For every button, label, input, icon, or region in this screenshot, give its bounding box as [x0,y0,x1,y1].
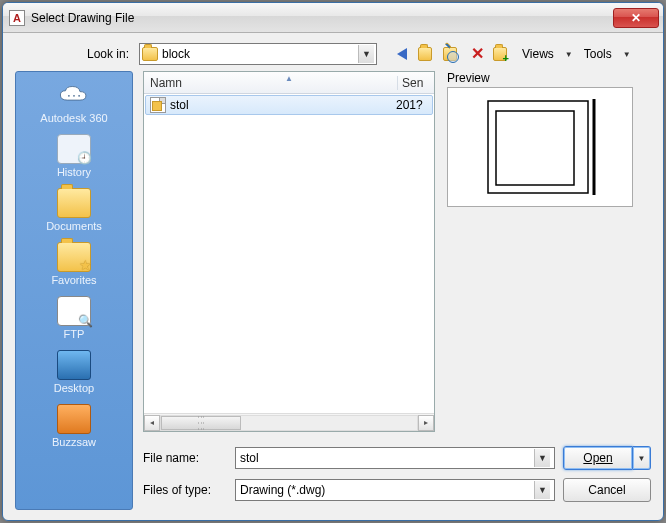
svg-rect-3 [488,101,588,193]
svg-point-0 [68,95,70,97]
tools-menu-arrow[interactable]: ▼ [623,50,631,59]
search-web-button[interactable] [443,45,461,63]
titlebar[interactable]: A Select Drawing File ✕ [3,3,663,33]
dwg-file-icon [150,97,166,113]
sidebar-item-label: Documents [16,220,132,232]
new-folder-button[interactable] [493,45,511,63]
preview-box [447,87,633,207]
views-menu-arrow[interactable]: ▼ [565,50,573,59]
sidebar-item-label: Desktop [16,382,132,394]
dialog-content: Look in: block ▼ ✕ Views▼ Tools▼ [3,33,663,520]
column-date[interactable]: Sen [398,76,434,90]
filelist-wrap: ▲ Namn Sen stol 201? ◂ [143,71,651,432]
filetype-label: Files of type: [143,483,227,497]
sidebar-item-favorites[interactable]: Favorites [16,242,132,286]
chevron-down-icon[interactable]: ▼ [534,481,550,499]
filetype-combo[interactable]: Drawing (*.dwg) ▼ [235,479,555,501]
sidebar-item-label: FTP [16,328,132,340]
lookin-label: Look in: [15,47,133,61]
sidebar-item-ftp[interactable]: FTP [16,296,132,340]
center-column: ▲ Namn Sen stol 201? ◂ [143,71,651,510]
sidebar-item-label: Buzzsaw [16,436,132,448]
tools-menu[interactable]: Tools [584,47,612,61]
cloud-icon [57,80,91,110]
folder-new-icon [493,47,507,61]
svg-point-1 [73,95,75,97]
sort-indicator-icon: ▲ [285,74,293,83]
views-menu[interactable]: Views [522,47,554,61]
arrow-left-icon [397,48,407,60]
preview-column: Preview [447,71,651,432]
filetype-value: Drawing (*.dwg) [240,483,534,497]
main-row: Autodesk 360 History Documents Favorites… [15,71,651,510]
scroll-right-button[interactable]: ▸ [418,415,434,431]
filename-combo[interactable]: stol ▼ [235,447,555,469]
lookin-row: Look in: block ▼ ✕ Views▼ Tools▼ [15,43,651,65]
sidebar-item-label: Autodesk 360 [16,112,132,124]
file-list[interactable]: ▲ Namn Sen stol 201? ◂ [143,71,435,432]
preview-label: Preview [447,71,651,85]
scroll-track[interactable] [160,415,418,431]
app-icon: A [9,10,25,26]
open-split-arrow[interactable]: ▼ [633,446,651,470]
dialog-window: A Select Drawing File ✕ Look in: block ▼… [2,2,664,521]
folder-up-icon [418,47,432,61]
scroll-thumb[interactable] [161,416,241,430]
up-folder-button[interactable] [418,45,436,63]
file-name: stol [170,98,396,112]
sidebar-item-label: Favorites [16,274,132,286]
places-sidebar: Autodesk 360 History Documents Favorites… [15,71,133,510]
chevron-down-icon[interactable]: ▼ [358,45,374,63]
svg-point-2 [78,95,80,97]
filetype-row: Files of type: Drawing (*.dwg) ▼ Cancel [143,478,651,502]
file-date: 201? [396,98,428,112]
sidebar-item-documents[interactable]: Documents [16,188,132,232]
cancel-button[interactable]: Cancel [563,478,651,502]
column-name[interactable]: Namn [144,76,398,90]
ftp-icon [57,296,91,326]
sidebar-item-buzzsaw[interactable]: Buzzsaw [16,404,132,448]
bottom-rows: File name: stol ▼ Open ▼ Files of type: [143,446,651,510]
open-button-group: Open ▼ [563,446,651,470]
sidebar-item-history[interactable]: History [16,134,132,178]
filename-label: File name: [143,451,227,465]
folder-icon [57,188,91,218]
open-button[interactable]: Open [563,446,633,470]
favorites-icon [57,242,91,272]
sidebar-item-desktop[interactable]: Desktop [16,350,132,394]
history-icon [57,134,91,164]
folder-icon [142,47,158,61]
file-list-header[interactable]: ▲ Namn Sen [144,72,434,94]
lookin-value: block [162,47,358,61]
chevron-down-icon[interactable]: ▼ [534,449,550,467]
horizontal-scrollbar[interactable]: ◂ ▸ [144,413,434,431]
filename-value[interactable]: stol [240,451,534,465]
sidebar-item-label: History [16,166,132,178]
nav-toolbar: ✕ Views▼ Tools▼ [393,45,631,63]
folder-search-icon [443,47,457,61]
buzzsaw-icon [57,404,91,434]
svg-rect-4 [496,111,574,185]
scroll-left-button[interactable]: ◂ [144,415,160,431]
filename-row: File name: stol ▼ Open ▼ [143,446,651,470]
close-button[interactable]: ✕ [613,8,659,28]
file-list-body[interactable]: stol 201? [144,94,434,413]
file-row[interactable]: stol 201? [145,95,433,115]
window-title: Select Drawing File [31,11,613,25]
back-button[interactable] [393,45,411,63]
preview-drawing-icon [480,95,600,199]
delete-button[interactable]: ✕ [468,45,486,63]
delete-x-icon: ✕ [471,47,484,61]
desktop-icon [57,350,91,380]
sidebar-item-autodesk360[interactable]: Autodesk 360 [16,80,132,124]
lookin-combo[interactable]: block ▼ [139,43,377,65]
